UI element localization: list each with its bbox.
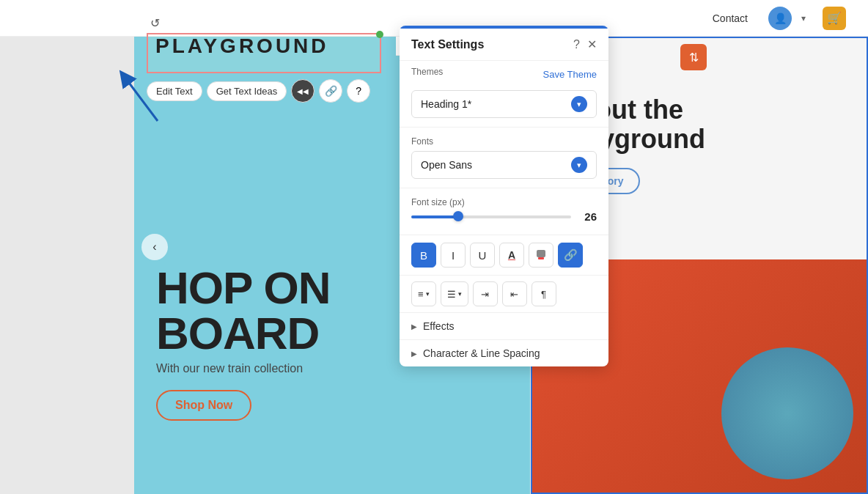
format-row: B I U A 🔗: [400, 238, 608, 272]
link-icon: 🔗: [325, 85, 337, 97]
font-size-row: 26: [411, 207, 597, 226]
align-left-icon: ≡: [418, 289, 424, 300]
hero-subtitle: With our new train collection: [156, 362, 330, 375]
nav-user-icon[interactable]: 👤: [768, 7, 792, 30]
divider-2: [400, 127, 608, 128]
indent-button[interactable]: ⇥: [473, 281, 498, 306]
nav-user-chevron[interactable]: ▾: [801, 13, 806, 23]
highlight-button[interactable]: [529, 243, 553, 268]
help-icon: ?: [356, 85, 361, 97]
underline-button[interactable]: U: [470, 243, 495, 268]
shop-now-button[interactable]: Shop Now: [156, 390, 251, 421]
font-value: Open Sans: [421, 159, 472, 171]
outdent-icon: ⇤: [510, 289, 518, 300]
divider-3: [400, 188, 608, 188]
heading-section: Heading 1* ▾: [400, 84, 608, 124]
font-size-slider[interactable]: [411, 215, 571, 219]
char-spacing-arrow: ▶: [411, 350, 417, 358]
font-size-section: Font size (px) 26: [400, 191, 608, 232]
divider-1: [400, 60, 608, 61]
rotation-handle[interactable]: ↺: [150, 16, 160, 30]
font-size-value: 26: [578, 210, 597, 223]
text-cursor-dot: [376, 31, 383, 38]
link-format-icon: 🔗: [564, 248, 578, 262]
align-row: ≡ ▾ ☰ ▾ ⇥ ⇤ ¶: [400, 279, 608, 312]
nav-right: Contact 👤 ▾ 🛒: [713, 7, 846, 30]
svg-rect-3: [538, 257, 544, 259]
heading-dropdown[interactable]: Heading 1* ▾: [411, 90, 597, 118]
text-settings-panel: Text Settings ? ✕ Themes Save Theme Head…: [400, 26, 608, 366]
highlight-icon: [534, 248, 548, 263]
panel-header: Text Settings ? ✕: [400, 29, 608, 57]
svg-rect-2: [537, 250, 545, 257]
fonts-dropdown[interactable]: Open Sans ▾: [411, 151, 597, 179]
toy-circle-decoration: [721, 347, 853, 479]
heading-value: Heading 1*: [421, 98, 471, 110]
slider-thumb[interactable]: [453, 211, 463, 221]
char-spacing-label: Character & Line Spacing: [423, 347, 540, 359]
text-toolbar: Edit Text Get Text Ideas ◀◀ 🔗 ?: [147, 79, 370, 103]
panel-close-button[interactable]: ✕: [587, 37, 597, 51]
slider-fill: [411, 215, 456, 218]
themes-label: Themes: [411, 67, 443, 77]
heading-dropdown-arrow: ▾: [571, 96, 587, 112]
link-toolbar-button[interactable]: 🔗: [319, 79, 342, 103]
fonts-dropdown-arrow: ▾: [571, 157, 587, 173]
hero-prev-arrow[interactable]: ‹: [141, 234, 168, 260]
bold-button[interactable]: B: [411, 243, 436, 268]
effects-arrow: ▶: [411, 322, 417, 331]
divider-5: [400, 275, 608, 276]
fonts-section: Fonts Open Sans ▾: [400, 130, 608, 185]
divider-4: [400, 235, 608, 235]
effects-section[interactable]: ▶ Effects: [400, 312, 608, 339]
help-toolbar-button[interactable]: ?: [347, 79, 370, 103]
text-color-button[interactable]: A: [499, 243, 524, 268]
history-icon-button[interactable]: ◀◀: [291, 79, 315, 103]
rtl-button[interactable]: ¶: [532, 281, 556, 306]
edit-text-button[interactable]: Edit Text: [147, 81, 202, 101]
rtl-icon: ¶: [541, 289, 546, 300]
align-chevron: ▾: [426, 290, 430, 298]
char-spacing-section[interactable]: ▶ Character & Line Spacing: [400, 339, 608, 366]
nav-contact-link[interactable]: Contact: [713, 12, 748, 24]
font-size-label: Font size (px): [411, 197, 597, 207]
panel-help-button[interactable]: ?: [573, 38, 580, 51]
text-color-icon: A: [508, 249, 515, 261]
outdent-button[interactable]: ⇤: [502, 281, 527, 306]
align-left-button[interactable]: ≡ ▾: [411, 281, 436, 306]
nav-cart-icon[interactable]: 🛒: [823, 7, 846, 30]
user-icon: 👤: [774, 12, 787, 24]
get-text-ideas-button[interactable]: Get Text Ideas: [207, 81, 287, 101]
themes-row: Themes Save Theme: [400, 64, 608, 84]
fonts-label: Fonts: [411, 136, 597, 147]
text-selected-box: PLAYGROUND: [147, 33, 381, 73]
list-button[interactable]: ☰ ▾: [441, 281, 468, 306]
indent-icon: ⇥: [481, 289, 489, 300]
save-theme-button[interactable]: Save Theme: [543, 69, 597, 80]
list-icon: ☰: [447, 289, 456, 300]
panel-header-icons: ? ✕: [573, 37, 597, 51]
link-format-button[interactable]: 🔗: [558, 243, 583, 268]
swap-image-button[interactable]: ⇅: [680, 44, 707, 70]
panel-title: Text Settings: [411, 38, 484, 51]
list-chevron: ▾: [458, 290, 462, 298]
effects-label: Effects: [423, 320, 455, 332]
hero-title: HOP ON BOARD: [156, 265, 330, 356]
selected-text-content: PLAYGROUND: [148, 29, 336, 63]
hero-content: HOP ON BOARD With our new train collecti…: [156, 265, 330, 421]
italic-button[interactable]: I: [441, 243, 466, 268]
